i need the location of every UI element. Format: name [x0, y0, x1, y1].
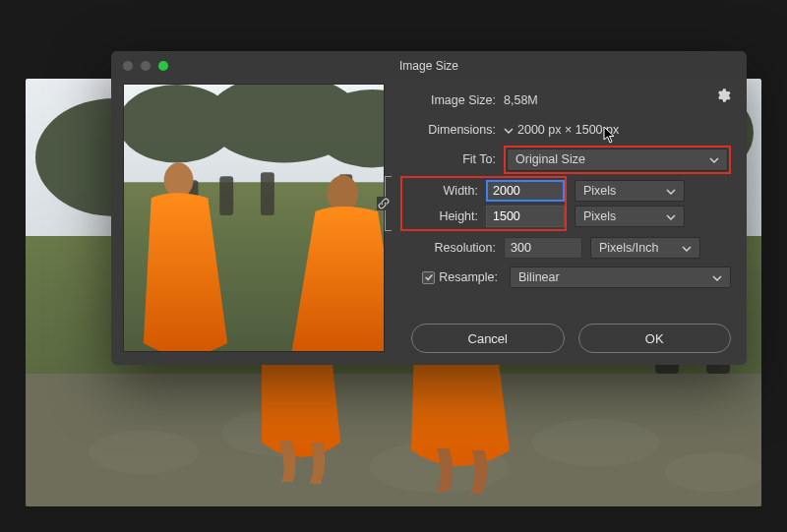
dialog-title: Image Size	[111, 59, 747, 73]
dialog-buttons: Cancel OK	[411, 324, 731, 353]
chevron-down-icon	[709, 154, 719, 164]
ok-button[interactable]: OK	[578, 324, 732, 353]
fit-to-highlight: Original Size	[504, 146, 731, 174]
resolution-unit-value: Pixels/Inch	[599, 241, 658, 255]
width-height-highlight: Width: Height:	[400, 176, 567, 231]
resample-label: Resample:	[439, 270, 498, 284]
fit-to-value: Original Size	[515, 152, 585, 166]
chevron-down-icon	[682, 243, 692, 253]
svg-point-6	[532, 419, 660, 466]
cancel-button[interactable]: Cancel	[411, 324, 565, 353]
dimensions-label: Dimensions:	[400, 123, 504, 137]
resolution-unit-select[interactable]: Pixels/Inch	[590, 237, 700, 259]
resolution-row: Resolution: Pixels/Inch	[400, 235, 731, 261]
width-row: Width:	[402, 178, 565, 204]
chevron-down-icon	[666, 211, 676, 221]
svg-point-3	[90, 431, 198, 474]
svg-rect-23	[261, 172, 274, 215]
cursor-icon	[603, 126, 617, 144]
width-height-block: Width: Height: Pixels	[400, 176, 731, 231]
fit-to-row: Fit To: Original Size	[400, 147, 731, 172]
image-size-dialog: Image Size	[111, 51, 747, 365]
image-size-value: 8,58M	[504, 93, 538, 107]
width-label: Width:	[402, 184, 486, 198]
height-label: Height:	[402, 209, 486, 223]
image-preview	[123, 84, 385, 352]
fit-to-select[interactable]: Original Size	[507, 148, 728, 171]
svg-point-25	[164, 162, 194, 198]
image-size-label: Image Size:	[400, 93, 504, 107]
resolution-label: Resolution:	[400, 241, 504, 255]
gear-icon[interactable]	[715, 88, 731, 103]
resample-checkbox[interactable]	[422, 271, 435, 284]
width-input[interactable]	[486, 180, 565, 202]
dimensions-caret-icon[interactable]	[504, 125, 514, 135]
resample-select[interactable]: Bilinear	[510, 266, 731, 288]
svg-point-7	[665, 452, 761, 492]
height-input[interactable]	[486, 206, 565, 227]
resolution-input[interactable]	[504, 237, 582, 259]
resample-value: Bilinear	[518, 270, 560, 284]
height-unit-select[interactable]: Pixels	[575, 206, 685, 227]
constrain-proportions[interactable]	[381, 176, 398, 231]
chevron-down-icon	[712, 272, 722, 282]
height-row: Height:	[402, 204, 565, 229]
form-panel: Image Size: 8,58M Dimensions: 2000 px × …	[400, 82, 731, 351]
link-icon	[377, 197, 391, 210]
resample-row: Resample: Bilinear	[400, 265, 731, 290]
width-unit-select[interactable]: Pixels	[575, 180, 685, 202]
fit-to-label: Fit To:	[400, 152, 504, 166]
width-unit-value: Pixels	[583, 184, 616, 198]
titlebar: Image Size	[111, 51, 747, 80]
svg-rect-22	[219, 176, 233, 215]
chevron-down-icon	[666, 186, 676, 196]
image-size-row: Image Size: 8,58M	[400, 88, 731, 113]
height-unit-value: Pixels	[583, 209, 616, 223]
dimensions-row: Dimensions: 2000 px × 1500 px	[400, 117, 731, 143]
